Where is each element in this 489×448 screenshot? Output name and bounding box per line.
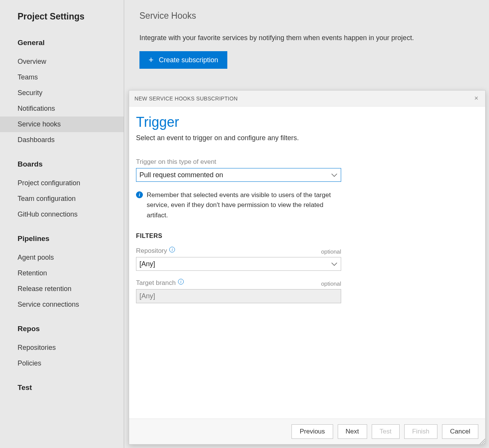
- dialog-header-title: NEW SERVICE HOOKS SUBSCRIPTION: [134, 95, 238, 102]
- section-header-general: General: [0, 33, 124, 54]
- create-subscription-label: Create subscription: [159, 56, 218, 64]
- sidebar-item-policies[interactable]: Policies: [0, 356, 124, 371]
- sidebar-section-repos: Repos Repositories Policies: [0, 319, 124, 378]
- repository-select[interactable]: [Any]: [136, 257, 341, 271]
- dialog-close-button[interactable]: ×: [473, 94, 480, 102]
- dialog-body: Trigger Select an event to trigger on an…: [129, 107, 485, 419]
- sidebar-item-repositories[interactable]: Repositories: [0, 340, 124, 356]
- cancel-button[interactable]: Cancel: [442, 424, 478, 439]
- sidebar-item-security[interactable]: Security: [0, 85, 124, 101]
- new-subscription-dialog: NEW SERVICE HOOKS SUBSCRIPTION × Trigger…: [129, 90, 486, 445]
- test-button: Test: [372, 424, 400, 439]
- sidebar: Project Settings General Overview Teams …: [0, 0, 124, 448]
- sidebar-title: Project Settings: [0, 8, 124, 33]
- page-description: Integrate with your favorite services by…: [139, 34, 474, 42]
- sidebar-section-general: General Overview Teams Security Notifica…: [0, 33, 124, 155]
- sidebar-item-agent-pools[interactable]: Agent pools: [0, 250, 124, 265]
- section-header-boards: Boards: [0, 155, 124, 175]
- info-text: Remember that selected events are visibl…: [147, 190, 341, 220]
- resize-grip[interactable]: [478, 437, 485, 444]
- sidebar-item-team-configuration[interactable]: Team configuration: [0, 191, 124, 207]
- dialog-title: Trigger: [136, 114, 478, 130]
- repository-select-wrap: [Any]: [136, 257, 341, 271]
- event-type-select[interactable]: Pull request commented on: [136, 168, 341, 182]
- target-branch-input-wrap: [136, 289, 341, 303]
- sidebar-section-test: Test: [0, 378, 124, 406]
- sidebar-item-github-connections[interactable]: GitHub connections: [0, 207, 124, 222]
- sidebar-item-release-retention[interactable]: Release retention: [0, 281, 124, 297]
- close-icon: ×: [474, 94, 478, 102]
- next-button[interactable]: Next: [338, 424, 367, 439]
- optional-label: optional: [321, 248, 341, 255]
- sidebar-item-notifications[interactable]: Notifications: [0, 101, 124, 116]
- sidebar-item-service-connections[interactable]: Service connections: [0, 297, 124, 312]
- section-header-pipelines: Pipelines: [0, 229, 124, 250]
- plus-icon: +: [149, 56, 154, 64]
- page-title: Service Hooks: [139, 11, 474, 21]
- target-branch-label: Target branch: [136, 279, 176, 287]
- sidebar-item-dashboards[interactable]: Dashboards: [0, 132, 124, 148]
- sidebar-section-pipelines: Pipelines Agent pools Retention Release …: [0, 229, 124, 319]
- previous-button[interactable]: Previous: [291, 424, 333, 439]
- optional-label: optional: [321, 280, 341, 287]
- section-header-repos: Repos: [0, 319, 124, 340]
- sidebar-item-overview[interactable]: Overview: [0, 54, 124, 70]
- dialog-footer: Previous Next Test Finish Cancel: [129, 419, 485, 444]
- repository-label: Repository: [136, 247, 167, 255]
- repository-label-row: Repository i optional: [136, 247, 341, 255]
- event-type-select-wrap: Pull request commented on: [136, 168, 341, 182]
- svg-line-2: [484, 443, 485, 444]
- sidebar-item-teams[interactable]: Teams: [0, 70, 124, 85]
- info-icon[interactable]: i: [169, 247, 175, 252]
- section-header-test: Test: [0, 378, 124, 399]
- filters-header: FILTERS: [136, 233, 478, 239]
- sidebar-item-service-hooks[interactable]: Service hooks: [0, 116, 124, 132]
- info-note: i Remember that selected events are visi…: [136, 190, 341, 220]
- svg-line-1: [482, 441, 485, 444]
- sidebar-item-project-configuration[interactable]: Project configuration: [0, 175, 124, 191]
- info-icon[interactable]: i: [178, 279, 184, 285]
- target-branch-label-row: Target branch i optional: [136, 279, 341, 287]
- dialog-header: NEW SERVICE HOOKS SUBSCRIPTION ×: [129, 91, 485, 107]
- sidebar-item-retention[interactable]: Retention: [0, 265, 124, 281]
- sidebar-section-boards: Boards Project configuration Team config…: [0, 155, 124, 229]
- finish-button: Finish: [404, 424, 437, 439]
- event-type-label: Trigger on this type of event: [136, 158, 478, 166]
- dialog-subtitle: Select an event to trigger on and config…: [136, 134, 478, 142]
- create-subscription-button[interactable]: + Create subscription: [139, 51, 227, 69]
- info-icon: i: [136, 191, 143, 198]
- target-branch-input: [136, 289, 341, 303]
